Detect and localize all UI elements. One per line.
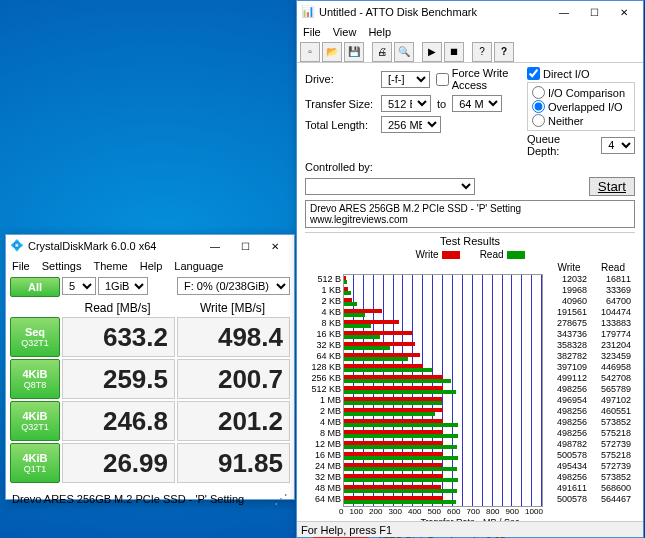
read-value: 104474 [591,307,631,318]
x-tick: 600 [447,507,460,516]
read-value: 573852 [591,472,631,483]
minimize-button[interactable]: — [549,2,579,22]
bar-row [344,429,542,440]
menu-file[interactable]: File [303,26,321,38]
read-value: 542708 [591,373,631,384]
menu-theme[interactable]: Theme [93,260,127,272]
drive-select[interactable]: F: 0% (0/238GiB) [177,277,290,295]
queue-depth-label: Queue Depth: [527,133,595,157]
io-comparison-radio[interactable]: I/O Comparison [532,86,630,99]
menu-settings[interactable]: Settings [42,260,82,272]
read-value: 323459 [591,351,631,362]
open-icon[interactable]: 📂 [322,42,342,62]
bar-row [344,363,542,374]
menu-help[interactable]: Help [140,260,163,272]
queue-depth-select[interactable]: 4 [601,137,635,154]
y-tick: 2 MB [309,406,341,417]
bar-row [344,385,542,396]
controlled-by-select[interactable] [305,178,475,195]
write-value: 495434 [547,461,587,472]
drive-select[interactable]: [-f-] [381,71,430,88]
read-value: 497102 [591,395,631,406]
y-tick: 128 KB [309,362,341,373]
y-tick: 16 MB [309,450,341,461]
y-tick: 512 KB [309,384,341,395]
menu-file[interactable]: File [12,260,30,272]
menu-language[interactable]: Language [174,260,223,272]
write-value: 498256 [547,406,587,417]
test-button-Q8T8[interactable]: 4KiBQ8T8 [10,359,60,399]
write-header: Write [MB/s] [175,301,290,315]
force-write-checkbox[interactable]: Force Write Access [436,67,523,91]
read-value: 565789 [591,384,631,395]
read-value: 575218 [591,428,631,439]
all-button[interactable]: All [10,277,60,297]
minimize-button[interactable]: — [200,236,230,256]
write-value: 12032 [547,274,587,285]
description-box[interactable]: Drevo ARES 256GB M.2 PCIe SSD - 'P' Sett… [305,200,635,228]
y-tick: 48 MB [309,483,341,494]
y-tick: 12 MB [309,439,341,450]
xfer-to-select[interactable]: 64 MB [452,95,502,112]
save-icon[interactable]: 💾 [344,42,364,62]
start-button[interactable]: Start [589,177,635,196]
write-value: 91.85 [177,443,290,483]
write-value: 498256 [547,428,587,439]
x-tick: 400 [408,507,421,516]
help-icon[interactable]: ? [472,42,492,62]
bar-row [344,330,542,341]
stop-icon[interactable]: ⏹ [444,42,464,62]
x-tick: 1000 [525,507,543,516]
results-title: Test Results [305,233,635,249]
neither-radio[interactable]: Neither [532,114,630,127]
write-value: 191561 [547,307,587,318]
write-value: 498.4 [177,317,290,357]
total-length-select[interactable]: 256 MB [381,116,441,133]
run-icon[interactable]: ▶ [422,42,442,62]
write-value: 498782 [547,439,587,450]
y-tick: 4 MB [309,417,341,428]
transfer-size-label: Transfer Size: [305,98,375,110]
direct-io-checkbox[interactable]: Direct I/O [527,67,635,80]
overlapped-io-radio[interactable]: Overlapped I/O [532,100,630,113]
read-value: 568600 [591,483,631,494]
about-icon[interactable]: ? [494,42,514,62]
close-button[interactable]: ✕ [609,2,639,22]
write-col-header: Write [547,262,591,274]
maximize-button[interactable]: ☐ [230,236,260,256]
menu-view[interactable]: View [333,26,357,38]
print-icon[interactable]: 🖨 [372,42,392,62]
write-value: 491611 [547,483,587,494]
test-button-Q1T1[interactable]: 4KiBQ1T1 [10,443,60,483]
runs-select[interactable]: 5 [62,277,96,295]
atto-titlebar[interactable]: 📊 Untitled - ATTO Disk Benchmark — ☐ ✕ [297,1,643,23]
size-select[interactable]: 1GiB [98,277,148,295]
resize-grip[interactable]: ⋰ [274,491,288,507]
atto-window: 📊 Untitled - ATTO Disk Benchmark — ☐ ✕ F… [296,0,644,538]
maximize-button[interactable]: ☐ [579,2,609,22]
bar-row [344,286,542,297]
read-value: 179774 [591,329,631,340]
x-tick: 700 [467,507,480,516]
test-button-Q32T1[interactable]: 4KiBQ32T1 [10,401,60,441]
write-value: 496954 [547,395,587,406]
xfer-from-select[interactable]: 512 B [381,95,431,112]
menu-help[interactable]: Help [368,26,391,38]
test-button-Q32T1[interactable]: SeqQ32T1 [10,317,60,357]
bar-row [344,297,542,308]
y-tick: 1 KB [309,285,341,296]
preview-icon[interactable]: 🔍 [394,42,414,62]
close-button[interactable]: ✕ [260,236,290,256]
y-tick: 64 MB [309,494,341,505]
write-value: 500578 [547,450,587,461]
read-header: Read [MB/s] [60,301,175,315]
write-value: 498256 [547,417,587,428]
bar-row [344,440,542,451]
io-mode-group: I/O Comparison Overlapped I/O Neither [527,82,635,131]
cdm-titlebar[interactable]: 💠 CrystalDiskMark 6.0.0 x64 — ☐ ✕ [6,235,294,257]
read-value: 564467 [591,494,631,505]
read-value: 572739 [591,439,631,450]
new-icon[interactable]: ▫ [300,42,320,62]
read-value: 246.8 [62,401,175,441]
bar-row [344,473,542,484]
